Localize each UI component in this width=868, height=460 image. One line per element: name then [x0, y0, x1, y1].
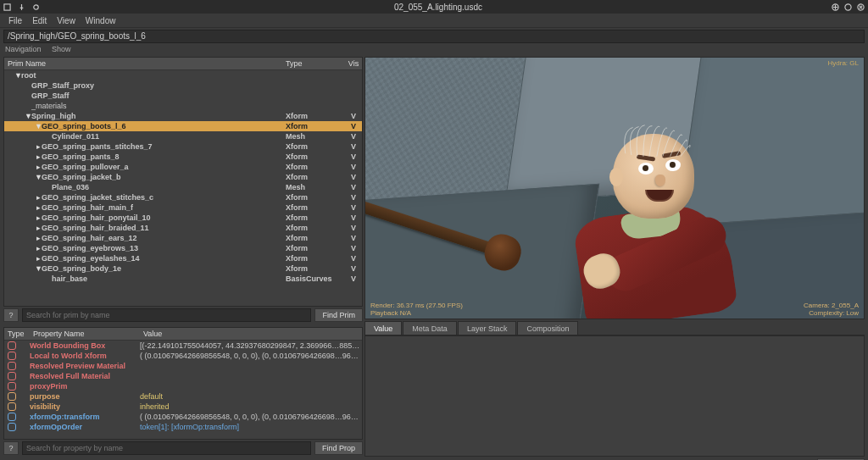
prim-search-input[interactable] — [22, 308, 311, 322]
tab-metadata[interactable]: Meta Data — [403, 321, 457, 335]
inspector-tabs: Value Meta Data Layer Stack Composition — [364, 321, 865, 335]
maximize-icon[interactable] — [844, 3, 852, 11]
tree-row[interactable]: Plane_036MeshV — [4, 182, 362, 192]
tab-layer-stack[interactable]: Layer Stack — [458, 321, 517, 335]
outliner-header: Prim Name Type Vis — [4, 58, 362, 70]
window-icon-group — [3, 3, 40, 11]
tree-row[interactable]: ▼GEO_spring_body_1eXformV — [4, 263, 362, 274]
prim-path-field[interactable]: /Spring_high/GEO_spring_boots_l_6 — [3, 30, 865, 43]
col-prop-name[interactable]: Property Name — [33, 330, 143, 338]
tab-value[interactable]: Value — [364, 321, 402, 335]
col-prop-type[interactable]: Type — [4, 330, 33, 338]
tree-row[interactable]: ▼GEO_spring_boots_l_6XformV — [4, 121, 362, 131]
viewport-camera-info: Camera: 2_055_A Complexity: Low — [804, 302, 859, 317]
property-row[interactable]: proxyPrim — [4, 381, 362, 391]
svg-point-3 — [845, 3, 851, 9]
app-icon — [3, 3, 11, 11]
tree-row[interactable]: hair_baseBasisCurvesV — [4, 274, 362, 284]
tree-row[interactable]: ▸GEO_spring_hair_main_fXformV — [4, 202, 362, 213]
window-title: 02_055_A.lighting.usdc — [45, 3, 832, 12]
property-search-input[interactable] — [22, 441, 311, 455]
viewport-engine-label: Hydra: GL — [828, 59, 859, 67]
menu-window[interactable]: Window — [81, 16, 121, 25]
tree-row[interactable]: ▼root — [4, 70, 362, 80]
inspector-body — [364, 335, 865, 457]
window-controls — [832, 3, 865, 11]
tree-row[interactable]: ▸GEO_spring_pants_8XformV — [4, 152, 362, 162]
pin-icon[interactable] — [18, 3, 25, 11]
tree-row[interactable]: ▸GEO_spring_jacket_stitches_cXformV — [4, 192, 362, 202]
menu-file[interactable]: File — [3, 16, 27, 25]
svg-rect-0 — [4, 3, 10, 9]
find-prim-button[interactable]: Find Prim — [314, 308, 363, 322]
tree-row[interactable]: ▸GEO_spring_hair_ears_12XformV — [4, 233, 362, 243]
sticky-icon[interactable] — [32, 3, 40, 11]
menu-bar: File Edit View Window — [0, 14, 868, 28]
property-panel: Type Property Name Value World Bounding … — [3, 327, 363, 440]
tree-row[interactable]: ▸GEO_spring_pants_stitches_7XformV — [4, 141, 362, 152]
submenu-show[interactable]: Show — [52, 45, 71, 53]
sub-menu-bar: Navigation Show — [0, 45, 868, 57]
tree-row[interactable]: ▸GEO_spring_eyelashes_14XformV — [4, 253, 362, 263]
outliner-tree[interactable]: ▼rootGRP_Staff_proxyGRP_Staff_materials▼… — [4, 70, 362, 306]
property-row[interactable]: visibilityinherited — [4, 402, 362, 412]
tab-composition[interactable]: Composition — [517, 321, 578, 335]
scene-character — [552, 142, 764, 319]
tree-row[interactable]: GRP_Staff — [4, 91, 362, 101]
tree-row[interactable]: Cylinder_011MeshV — [4, 131, 362, 141]
property-row[interactable]: xformOp:transform( (0.010679642669856548… — [4, 412, 362, 422]
col-vis[interactable]: Vis — [345, 59, 362, 68]
tree-row[interactable]: _materials — [4, 101, 362, 111]
title-bar: 02_055_A.lighting.usdc — [0, 0, 868, 14]
col-prim-name[interactable]: Prim Name — [4, 59, 286, 68]
property-list[interactable]: World Bounding Box[(-22.149101755044057,… — [4, 341, 362, 439]
property-row[interactable]: Resolved Preview Material — [4, 361, 362, 371]
tree-row[interactable]: ▼GEO_spring_jacket_bXformV — [4, 172, 362, 182]
property-header: Type Property Name Value — [4, 328, 362, 341]
timeline: 327.0 327.0 365.0 365.0 Play — [0, 457, 868, 460]
find-prop-button[interactable]: Find Prop — [314, 441, 363, 455]
property-help-button[interactable]: ? — [3, 441, 19, 455]
property-row[interactable]: purposedefault — [4, 391, 362, 402]
viewport[interactable]: Hydra: GL Render: 36.37 ms (27.50 FPS) P… — [364, 57, 865, 319]
menu-view[interactable]: View — [52, 16, 81, 25]
outliner-help-button[interactable]: ? — [3, 308, 19, 322]
svg-point-1 — [34, 4, 38, 8]
col-type[interactable]: Type — [286, 59, 345, 68]
close-icon[interactable] — [857, 3, 865, 11]
property-row[interactable]: Resolved Full Material — [4, 371, 362, 381]
tree-row[interactable]: ▼Spring_highXformV — [4, 111, 362, 121]
menu-edit[interactable]: Edit — [27, 16, 52, 25]
tree-row[interactable]: ▸GEO_spring_hair_braided_11XformV — [4, 223, 362, 233]
property-row[interactable]: Local to World Xform( (0.010679642669856… — [4, 351, 362, 361]
minimize-icon[interactable] — [832, 3, 839, 11]
property-row[interactable]: World Bounding Box[(-22.149101755044057,… — [4, 341, 362, 351]
tree-row[interactable]: ▸GEO_spring_pullover_aXformV — [4, 162, 362, 172]
tree-row[interactable]: GRP_Staff_proxy — [4, 80, 362, 91]
property-row[interactable]: xformOpOrdertoken[1]: [xformOp:transform… — [4, 422, 362, 432]
submenu-navigation[interactable]: Navigation — [5, 45, 42, 53]
tree-row[interactable]: ▸GEO_spring_eyebrows_13XformV — [4, 243, 362, 253]
prim-outliner: Prim Name Type Vis ▼rootGRP_Staff_proxyG… — [3, 57, 363, 307]
tree-row[interactable]: ▸GEO_spring_hair_ponytail_10XformV — [4, 213, 362, 223]
viewport-render-stats: Render: 36.37 ms (27.50 FPS) Playback N/… — [370, 302, 463, 317]
col-prop-value[interactable]: Value — [143, 330, 362, 338]
